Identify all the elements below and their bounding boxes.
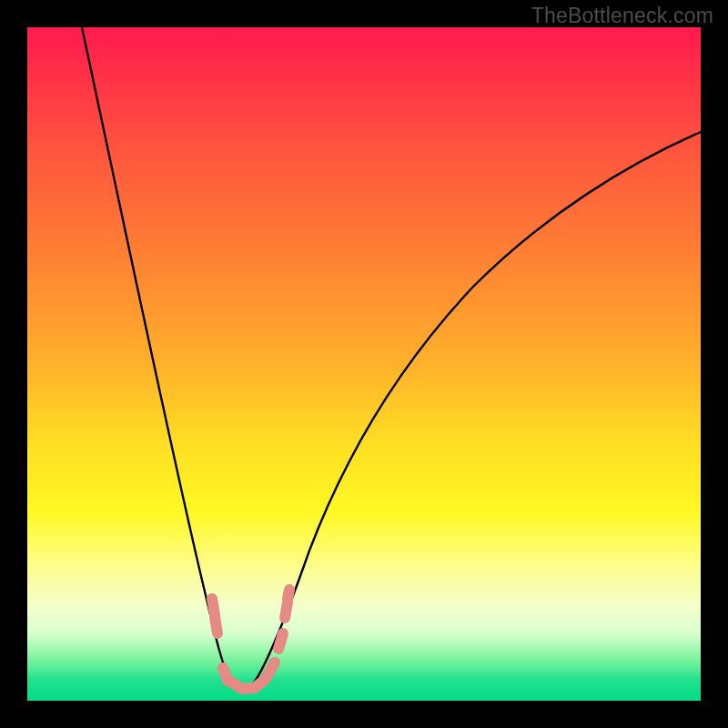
chart-frame [27, 27, 701, 701]
watermark-text: TheBottleneck.com [531, 4, 713, 28]
chart-background-gradient [27, 27, 701, 701]
